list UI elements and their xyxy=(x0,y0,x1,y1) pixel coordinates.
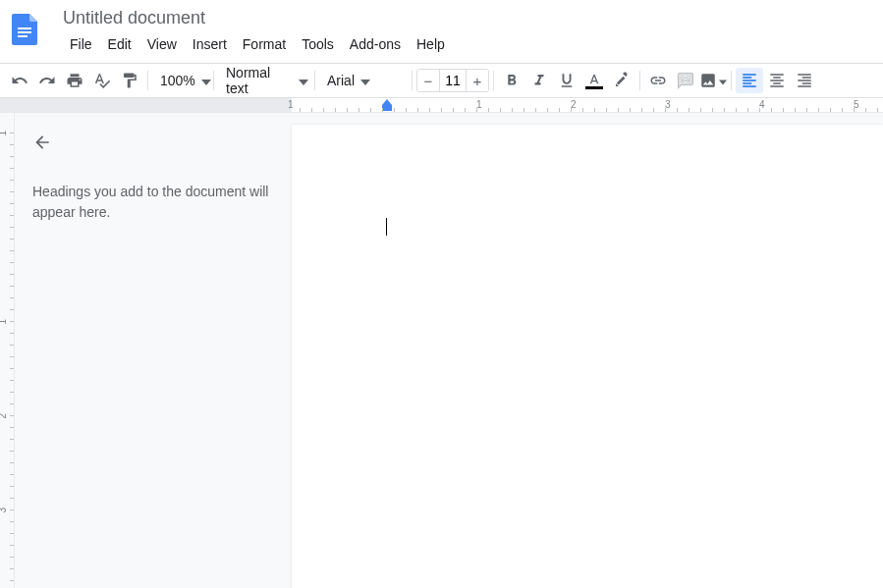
ruler-tick xyxy=(653,108,654,112)
menu-format[interactable]: Format xyxy=(236,32,293,56)
menu-tools[interactable]: Tools xyxy=(295,32,341,56)
ruler-tick xyxy=(311,108,312,112)
print-button[interactable] xyxy=(61,68,88,93)
svg-rect-0 xyxy=(18,27,31,29)
vruler-tick xyxy=(10,580,14,581)
menu-addons[interactable]: Add-ons xyxy=(343,32,408,56)
text-color-button[interactable] xyxy=(580,68,608,93)
vertical-ruler[interactable]: 1 1 2 3 xyxy=(0,113,15,588)
vruler-number: 3 xyxy=(0,508,8,513)
separator xyxy=(639,71,640,90)
vruler-tick xyxy=(10,286,14,287)
ruler-tick xyxy=(441,108,442,112)
ruler-tick xyxy=(524,108,524,112)
ruler-tick xyxy=(370,108,371,112)
vruler-tick xyxy=(10,498,14,499)
comment-button[interactable] xyxy=(672,68,699,93)
vruler-tick xyxy=(10,144,14,145)
outline-placeholder: Headings you add to the document will ap… xyxy=(32,182,274,223)
vruler-tick xyxy=(10,274,14,275)
ruler-tick xyxy=(465,108,466,112)
font-value: Arial xyxy=(327,73,355,88)
vruler-tick xyxy=(10,356,14,357)
ruler-margin-left xyxy=(0,98,292,112)
underline-button[interactable] xyxy=(553,68,580,93)
ruler-tick xyxy=(783,108,784,112)
svg-rect-1 xyxy=(18,31,31,33)
ruler-tick xyxy=(394,108,395,112)
font-size-decrease[interactable]: − xyxy=(417,70,439,91)
highlight-button[interactable] xyxy=(608,68,635,93)
styles-dropdown[interactable]: Normal text xyxy=(218,68,310,93)
vruler-tick xyxy=(10,415,14,416)
align-center-button[interactable] xyxy=(763,68,791,93)
ruler-tick xyxy=(594,108,595,112)
paint-format-button[interactable] xyxy=(116,68,143,93)
vruler-tick xyxy=(10,250,14,251)
horizontal-ruler[interactable]: 1 1 2 3 4 5 xyxy=(0,98,883,113)
menu-help[interactable]: Help xyxy=(410,32,452,56)
bold-button[interactable] xyxy=(498,68,525,93)
vruler-tick xyxy=(10,309,14,310)
vruler-tick xyxy=(10,133,14,134)
font-dropdown[interactable]: Arial xyxy=(319,68,408,93)
doc-title[interactable]: Untitled document xyxy=(63,6,452,30)
menu-view[interactable]: View xyxy=(140,32,184,56)
vruler-tick xyxy=(10,227,14,228)
svg-rect-2 xyxy=(18,35,28,37)
document-page[interactable] xyxy=(292,125,883,588)
menu-file[interactable]: File xyxy=(63,32,99,56)
ruler-tick xyxy=(300,108,301,112)
vruler-number: 2 xyxy=(0,413,8,419)
outline-back-button[interactable] xyxy=(32,133,274,156)
text-cursor xyxy=(386,218,387,236)
arrow-left-icon xyxy=(32,133,52,152)
image-button[interactable] xyxy=(699,68,727,93)
undo-button[interactable] xyxy=(6,68,33,93)
separator xyxy=(213,71,214,90)
ruler-tick xyxy=(865,108,866,112)
menu-edit[interactable]: Edit xyxy=(101,32,138,56)
ruler-tick xyxy=(488,108,489,112)
vruler-tick xyxy=(10,297,14,298)
ruler-tick xyxy=(818,108,819,112)
font-size-stepper: − + xyxy=(416,69,489,92)
ruler-tick xyxy=(453,108,454,112)
spellcheck-button[interactable] xyxy=(88,68,116,93)
italic-button[interactable] xyxy=(525,68,553,93)
zoom-dropdown[interactable]: 100% xyxy=(152,68,209,93)
align-right-button[interactable] xyxy=(791,68,818,93)
ruler-tick xyxy=(830,108,831,112)
vruler-tick xyxy=(10,239,14,240)
font-size-increase[interactable]: + xyxy=(467,70,488,91)
align-left-button[interactable] xyxy=(736,68,763,93)
ruler-tick xyxy=(712,108,713,112)
font-size-input[interactable] xyxy=(439,70,467,91)
ruler-tick xyxy=(429,108,430,112)
zoom-value: 100% xyxy=(160,73,195,88)
vruler-tick xyxy=(10,345,14,346)
caret-down-icon xyxy=(201,73,211,88)
ruler-tick xyxy=(842,108,843,112)
vruler-tick xyxy=(10,545,14,546)
vruler-tick xyxy=(10,568,14,569)
workspace: 1 1 2 3 Headings you add to the document… xyxy=(0,113,883,588)
ruler-tick xyxy=(806,108,807,112)
ruler-tick xyxy=(535,108,536,112)
caret-down-icon xyxy=(719,72,727,89)
docs-logo[interactable] xyxy=(6,10,45,49)
redo-button[interactable] xyxy=(33,68,61,93)
separator xyxy=(412,71,413,90)
ruler-number: 1 xyxy=(288,99,294,110)
ruler-tick xyxy=(571,108,572,112)
link-button[interactable] xyxy=(644,68,672,93)
ruler-tick xyxy=(476,108,477,112)
ruler-tick xyxy=(630,108,631,112)
separator xyxy=(731,71,732,90)
vruler-tick xyxy=(10,368,14,369)
vruler-tick xyxy=(10,380,14,381)
ruler-tick xyxy=(512,108,513,112)
ruler-tick xyxy=(618,108,619,112)
menu-insert[interactable]: Insert xyxy=(186,32,234,56)
ruler-tick xyxy=(359,108,359,112)
